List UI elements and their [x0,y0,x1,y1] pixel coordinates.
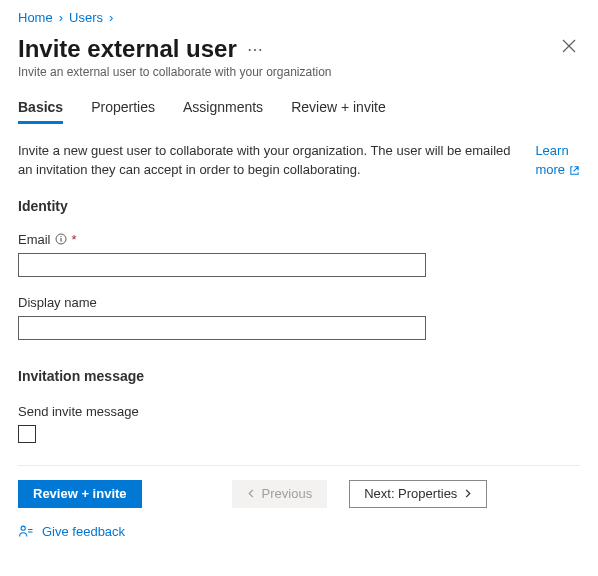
chevron-left-icon [247,489,256,498]
give-feedback-label: Give feedback [42,524,125,539]
tab-assignments[interactable]: Assignments [183,99,263,124]
next-label: Next: Properties [364,486,457,501]
learn-more-label-2: more [535,161,565,180]
email-label: Email [18,232,51,247]
email-field[interactable] [18,253,426,277]
close-button[interactable] [558,35,580,57]
breadcrumb-link-home[interactable]: Home [18,10,53,25]
next-button[interactable]: Next: Properties [349,480,487,508]
previous-button: Previous [232,480,328,508]
send-invite-label: Send invite message [18,404,139,419]
svg-point-3 [21,526,25,530]
page-subtitle: Invite an external user to collaborate w… [18,65,580,79]
tab-properties[interactable]: Properties [91,99,155,124]
intro-text: Invite a new guest user to collaborate w… [18,142,521,180]
display-name-field[interactable] [18,316,426,340]
send-invite-checkbox[interactable] [18,425,36,443]
tab-review-invite[interactable]: Review + invite [291,99,386,124]
more-actions-button[interactable]: ⋯ [247,40,263,59]
previous-label: Previous [262,486,313,501]
svg-point-1 [60,236,61,237]
chevron-right-icon: › [109,10,113,25]
section-identity-title: Identity [18,198,580,214]
close-icon [562,39,576,53]
divider [18,465,580,466]
breadcrumb: Home › Users › [18,10,580,25]
feedback-icon [18,524,34,540]
tab-basics[interactable]: Basics [18,99,63,124]
required-indicator: * [72,232,77,247]
learn-more-label-1: Learn [535,142,568,161]
give-feedback-link[interactable]: Give feedback [18,524,125,540]
chevron-right-icon [463,489,472,498]
breadcrumb-link-users[interactable]: Users [69,10,103,25]
info-icon[interactable] [55,233,68,246]
page-title: Invite external user [18,35,237,63]
chevron-right-icon: › [59,10,63,25]
section-invitation-title: Invitation message [18,368,580,384]
svg-rect-2 [60,238,61,242]
learn-more-link[interactable]: Learn more [535,142,580,180]
display-name-label: Display name [18,295,97,310]
tabs: Basics Properties Assignments Review + i… [18,99,580,124]
external-link-icon [569,165,580,176]
review-invite-button[interactable]: Review + invite [18,480,142,508]
